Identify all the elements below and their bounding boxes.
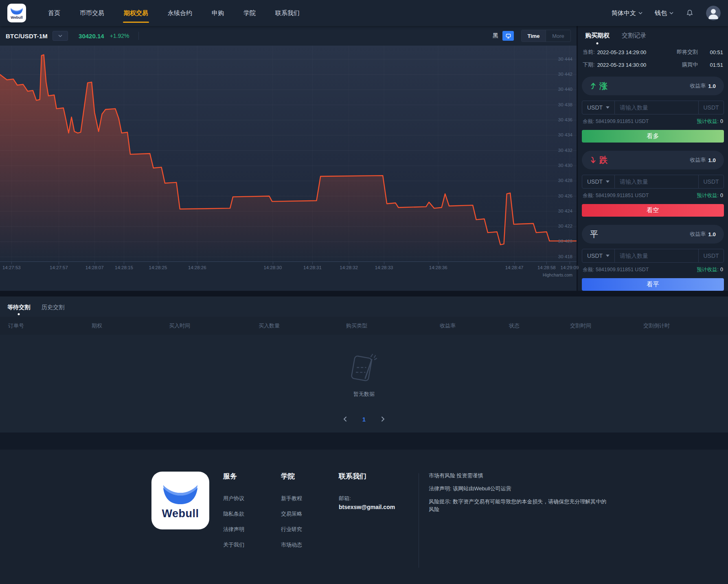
col-option: 期权 (92, 322, 169, 329)
down-amount-row: USDT USDT (582, 175, 724, 189)
up-title: 涨 (590, 81, 607, 92)
symbol-dropdown-button[interactable] (53, 31, 68, 41)
footer-link-about[interactable]: 关于我们 (223, 541, 267, 549)
down-amount-input[interactable] (615, 175, 698, 188)
flat-balance-row: 余额: 5841909.911851 USDT 预计收益:0 (582, 266, 724, 273)
y-tick-label: 30 438 (558, 102, 572, 107)
page-number[interactable]: 1 (362, 416, 366, 423)
arrow-up-icon (590, 82, 596, 90)
x-tick-mark (197, 262, 197, 264)
rate-value: 1.0 (708, 157, 716, 163)
webull-crescent-icon (161, 481, 200, 507)
more-mode-button[interactable]: More (546, 30, 570, 42)
trade-panel: 购买期权 交割记录 当前: 2022-05-23 14:29:00 即将交割 0… (578, 26, 728, 291)
footer-link-beginner[interactable]: 新手教程 (281, 495, 325, 502)
nav-label: 申购 (212, 9, 224, 17)
up-currency-select[interactable]: USDT (582, 101, 615, 114)
down-balance-row: 余额: 5841909.911851 USDT 预计收益:0 (582, 192, 724, 199)
footer-link-strategy[interactable]: 交易策略 (281, 510, 325, 518)
y-tick-label: 30 418 (558, 254, 572, 259)
section-gap (0, 433, 728, 450)
prev-page-button[interactable] (341, 415, 349, 424)
y-tick-label: 30 430 (558, 163, 572, 168)
flat-currency-select[interactable]: USDT (582, 249, 615, 262)
buy-flat-button[interactable]: 看平 (582, 278, 724, 291)
next-page-button[interactable] (379, 415, 387, 424)
tab-history-delivery[interactable]: 历史交割 (42, 304, 64, 317)
nav-item-home[interactable]: 首页 (38, 0, 70, 26)
footer-link-legal[interactable]: 法律声明 (223, 526, 267, 533)
notification-bell-icon[interactable] (686, 9, 694, 17)
footer-link-research[interactable]: 行业研究 (281, 526, 325, 533)
x-tick-label: 14:28:47 (505, 265, 524, 270)
logo-text: Webull (11, 16, 22, 20)
buy-up-button[interactable]: 看多 (582, 130, 724, 143)
x-tick-mark (514, 262, 515, 264)
theme-toggle-button[interactable] (502, 31, 514, 41)
round-countdown: 00:51 (702, 49, 723, 55)
down-currency-select[interactable]: USDT (582, 175, 615, 188)
down-title: 跌 (590, 155, 607, 166)
no-data-icon (346, 349, 382, 386)
email-address[interactable]: btsexsw@gmail.com (339, 504, 408, 510)
x-tick-label: 14:27:53 (2, 265, 21, 270)
col-buy-amount: 买入数量 (259, 322, 346, 329)
balance-text: 余额: 5841909.911851 USDT (583, 118, 649, 125)
disclaimer-risk: 市场有风险 投资需谨慎 (429, 472, 616, 479)
col-buy-type: 购买类型 (346, 322, 440, 329)
empty-state: 暂无数据 (0, 335, 728, 412)
nav-item-contact[interactable]: 联系我们 (265, 0, 309, 26)
user-avatar[interactable] (706, 6, 721, 20)
nav-item-subscribe[interactable]: 申购 (202, 0, 234, 26)
email-label: 邮箱: (339, 495, 408, 502)
col-order-id: 订单号 (8, 322, 92, 329)
wallet-menu[interactable]: 钱包 (655, 9, 673, 17)
x-tick-label: 14:27:57 (50, 265, 68, 270)
active-underline (123, 22, 149, 23)
webull-logo[interactable]: Webull (7, 4, 26, 22)
round-countdown: 01:51 (702, 62, 723, 68)
last-price: 30420.14 (79, 33, 104, 40)
up-amount-row: USDT USDT (582, 101, 724, 114)
currency-label: USDT (587, 252, 603, 259)
trade-panel-tabs: 购买期权 交割记录 (582, 26, 724, 46)
main-menu: 首页 币币交易 期权交易 永续合约 申购 学院 联系我们 (38, 0, 309, 26)
chart-mode-segment: Time More (521, 30, 571, 42)
empty-text: 暂无数据 (353, 391, 375, 398)
x-tick-mark (273, 262, 273, 264)
footer-link-user-agreement[interactable]: 用户协议 (223, 495, 267, 502)
trade-block-flat: 平 收益率1.0 USDT USDT 余额: 5841909.911851 US… (582, 225, 724, 291)
y-tick-label: 30 424 (558, 209, 572, 213)
x-tick-mark (349, 262, 349, 264)
orders-table-header: 订单号 期权 买入时间 买入数量 购买类型 收益率 状态 交割时间 交割倒计时 (0, 317, 728, 335)
flat-amount-input[interactable] (615, 249, 698, 262)
x-tick-mark (384, 262, 384, 264)
tab-delivery-records[interactable]: 交割记录 (622, 32, 646, 44)
up-balance-row: 余额: 5841909.911851 USDT 预计收益:0 (582, 118, 724, 125)
y-tick-label: 30 442 (558, 72, 572, 77)
col-buy-time: 买入时间 (169, 322, 259, 329)
footer-link-privacy[interactable]: 隐私条款 (223, 510, 267, 518)
x-tick-label: 14:28:36 (429, 265, 447, 270)
x-axis: 14:27:5314:27:5714:28:0714:28:1514:28:25… (0, 261, 577, 272)
buy-down-button[interactable]: 看空 (582, 204, 724, 217)
disclaimer-legal: 法律声明: 该网站由Webull公司运营 (429, 485, 616, 492)
nav-item-spot[interactable]: 币币交易 (70, 0, 114, 26)
wallet-label: 钱包 (655, 9, 667, 17)
footer-link-market-news[interactable]: 市场动态 (281, 541, 325, 549)
language-selector[interactable]: 简体中文 (612, 9, 642, 17)
nav-item-academy[interactable]: 学院 (234, 0, 265, 26)
nav-item-options[interactable]: 期权交易 (114, 0, 158, 26)
orders-tabs: 等待交割 历史交割 (0, 301, 728, 317)
nav-item-perpetual[interactable]: 永续合约 (158, 0, 202, 26)
round-label: 下期: (583, 61, 595, 68)
time-mode-button[interactable]: Time (522, 30, 546, 42)
highcharts-credit[interactable]: Highcharts.com (0, 272, 577, 279)
up-amount-input[interactable] (615, 101, 698, 114)
tab-pending-delivery[interactable]: 等待交割 (7, 304, 30, 317)
caret-down-icon (606, 180, 610, 183)
footer-col-contact: 联系我们 邮箱: btsexsw@gmail.com (339, 472, 408, 584)
price-chart[interactable]: 30 44430 44230 44030 43830 43630 43430 4… (0, 46, 577, 261)
footer-col-title: 服务 (223, 472, 267, 481)
tab-buy-options[interactable]: 购买期权 (585, 32, 610, 44)
